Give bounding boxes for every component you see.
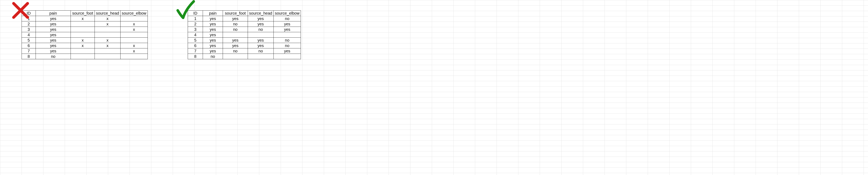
cell: yes (36, 49, 71, 54)
cell: no (223, 27, 248, 32)
table-row: 7yesnonoyes (188, 49, 301, 54)
cell: x (71, 16, 95, 21)
correct-table: ID pain source_foot source_head source_e… (188, 10, 301, 59)
cell: no (274, 43, 301, 49)
cell (120, 38, 148, 43)
cell: yes (36, 43, 71, 49)
table-row: 8no (22, 54, 148, 59)
cell (120, 16, 148, 21)
incorrect-example-block: ID pain source_foot source_head source_e… (22, 10, 148, 59)
col-header-head: source_head (248, 10, 274, 16)
cell (274, 32, 301, 38)
cell: no (274, 38, 301, 43)
cell: 6 (22, 43, 36, 49)
cell: x (120, 27, 148, 32)
cell: 2 (22, 21, 36, 27)
col-header-pain: pain (203, 10, 223, 16)
cell: yes (248, 43, 274, 49)
col-header-foot: source_foot (223, 10, 248, 16)
cell: 5 (22, 38, 36, 43)
col-header-elbow: source_elbow (120, 10, 148, 16)
cell: x (95, 43, 121, 49)
cell: yes (203, 38, 223, 43)
cell (223, 32, 248, 38)
cell: x (95, 16, 121, 21)
table-row: 4yes (188, 32, 301, 38)
cell (71, 32, 95, 38)
cell: yes (223, 16, 248, 21)
table-row: 6yesyesyesno (188, 43, 301, 49)
incorrect-table: ID pain source_foot source_head source_e… (22, 10, 148, 59)
table-row: 1yesxx (22, 16, 148, 21)
cell (95, 49, 121, 54)
cell: yes (248, 16, 274, 21)
cell: 7 (22, 49, 36, 54)
cell: yes (203, 49, 223, 54)
table-row: 5yesyesyesno (188, 38, 301, 43)
table-row: 4yes (22, 32, 148, 38)
table-row: 3yesx (22, 27, 148, 32)
table-row: 7yesx (22, 49, 148, 54)
cell: yes (36, 21, 71, 27)
cell (71, 27, 95, 32)
cell: 8 (22, 54, 36, 59)
col-header-pain: pain (36, 10, 71, 16)
cell: yes (203, 43, 223, 49)
cell: yes (223, 43, 248, 49)
col-header-foot: source_foot (71, 10, 95, 16)
cell: 6 (188, 43, 203, 49)
cell: yes (248, 21, 274, 27)
cell: x (120, 43, 148, 49)
cell: yes (274, 27, 301, 32)
cell (120, 54, 148, 59)
cross-mark-icon (10, 0, 31, 21)
cell: yes (36, 16, 71, 21)
cell: 4 (188, 32, 203, 38)
cell: yes (223, 38, 248, 43)
cell: yes (36, 27, 71, 32)
cell: x (71, 38, 95, 43)
cell: no (36, 54, 71, 59)
cell: 3 (22, 27, 36, 32)
cell: x (120, 49, 148, 54)
cell: yes (274, 21, 301, 27)
cell: yes (248, 38, 274, 43)
cell: yes (203, 21, 223, 27)
col-header-elbow: source_elbow (274, 10, 301, 16)
cell (95, 54, 121, 59)
table-row: 2yesnoyesyes (188, 21, 301, 27)
cell: 8 (188, 54, 203, 59)
cell: no (248, 49, 274, 54)
cell: 3 (188, 27, 203, 32)
cell: yes (203, 27, 223, 32)
cell: no (274, 16, 301, 21)
table-row: 6yesxxx (22, 43, 148, 49)
cell: no (223, 49, 248, 54)
cell (71, 54, 95, 59)
cell: yes (203, 16, 223, 21)
cell: x (95, 21, 121, 27)
cell: yes (36, 38, 71, 43)
cell: yes (36, 32, 71, 38)
table-row: 3yesnonoyes (188, 27, 301, 32)
table-row: 2yesxx (22, 21, 148, 27)
cell: x (95, 38, 121, 43)
table-header-row: ID pain source_foot source_head source_e… (188, 10, 301, 16)
cell (248, 32, 274, 38)
correct-example-block: ID pain source_foot source_head source_e… (188, 10, 301, 59)
cell: 7 (188, 49, 203, 54)
cell: yes (203, 32, 223, 38)
cell (223, 54, 248, 59)
cell: x (120, 21, 148, 27)
cell (71, 21, 95, 27)
check-mark-icon (175, 0, 197, 22)
cell (95, 27, 121, 32)
cell: no (203, 54, 223, 59)
table-header-row: ID pain source_foot source_head source_e… (22, 10, 148, 16)
cell: no (223, 21, 248, 27)
cell: x (71, 43, 95, 49)
col-header-head: source_head (95, 10, 121, 16)
cell (95, 32, 121, 38)
table-row: 5yesxx (22, 38, 148, 43)
cell (248, 54, 274, 59)
